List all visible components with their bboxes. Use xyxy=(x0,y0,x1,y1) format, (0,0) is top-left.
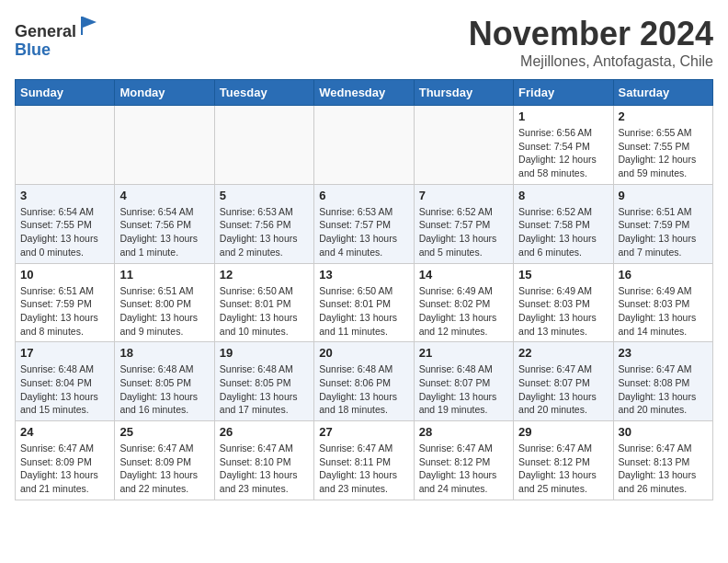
calendar-day-cell: 8Sunrise: 6:52 AMSunset: 7:58 PMDaylight… xyxy=(514,184,613,263)
day-info: Sunrise: 6:48 AMSunset: 8:05 PMDaylight:… xyxy=(220,362,309,417)
day-info: Sunrise: 6:47 AMSunset: 8:09 PMDaylight:… xyxy=(119,442,209,496)
day-number: 8 xyxy=(518,189,608,202)
calendar-day-cell: 4Sunrise: 6:54 AMSunset: 7:56 PMDaylight… xyxy=(115,184,214,263)
calendar-day-cell: 1Sunrise: 6:56 AMSunset: 7:54 PMDaylight… xyxy=(514,106,613,185)
day-number: 3 xyxy=(20,189,109,202)
day-number: 24 xyxy=(20,425,109,439)
day-number: 30 xyxy=(619,425,708,439)
day-info: Sunrise: 6:49 AMSunset: 8:02 PMDaylight:… xyxy=(419,284,508,339)
day-number: 4 xyxy=(119,189,209,202)
day-number: 26 xyxy=(220,425,309,439)
day-info: Sunrise: 6:47 AMSunset: 8:09 PMDaylight:… xyxy=(20,442,109,496)
day-number: 17 xyxy=(20,346,109,360)
title-block: November 2024 Mejillones, Antofagasta, C… xyxy=(469,15,713,70)
month-title: November 2024 xyxy=(469,15,713,53)
day-number: 20 xyxy=(319,346,408,360)
calendar-week-row: 17Sunrise: 6:48 AMSunset: 8:04 PMDayligh… xyxy=(16,342,713,421)
location-subtitle: Mejillones, Antofagasta, Chile xyxy=(469,53,713,70)
day-number: 9 xyxy=(619,189,708,202)
day-info: Sunrise: 6:47 AMSunset: 8:08 PMDaylight:… xyxy=(619,362,708,417)
calendar-day-cell: 20Sunrise: 6:48 AMSunset: 8:06 PMDayligh… xyxy=(314,342,414,421)
calendar-day-cell xyxy=(214,106,313,185)
day-info: Sunrise: 6:47 AMSunset: 8:13 PMDaylight:… xyxy=(619,442,708,496)
day-number: 14 xyxy=(419,268,508,282)
day-info: Sunrise: 6:47 AMSunset: 8:07 PMDaylight:… xyxy=(518,362,608,417)
calendar-week-row: 1Sunrise: 6:56 AMSunset: 7:54 PMDaylight… xyxy=(16,106,713,185)
calendar-day-cell: 18Sunrise: 6:48 AMSunset: 8:05 PMDayligh… xyxy=(115,342,214,421)
day-info: Sunrise: 6:51 AMSunset: 7:59 PMDaylight:… xyxy=(619,205,708,259)
day-info: Sunrise: 6:49 AMSunset: 8:03 PMDaylight:… xyxy=(619,284,708,339)
day-info: Sunrise: 6:50 AMSunset: 8:01 PMDaylight:… xyxy=(220,284,309,339)
day-number: 19 xyxy=(220,346,309,360)
day-info: Sunrise: 6:53 AMSunset: 7:56 PMDaylight:… xyxy=(220,205,309,259)
calendar-day-cell: 7Sunrise: 6:52 AMSunset: 7:57 PMDaylight… xyxy=(414,184,513,263)
calendar-day-cell: 21Sunrise: 6:48 AMSunset: 8:07 PMDayligh… xyxy=(414,342,513,421)
calendar-day-cell: 9Sunrise: 6:51 AMSunset: 7:59 PMDaylight… xyxy=(613,184,712,263)
day-info: Sunrise: 6:52 AMSunset: 7:57 PMDaylight:… xyxy=(419,205,508,259)
day-info: Sunrise: 6:54 AMSunset: 7:56 PMDaylight:… xyxy=(119,205,209,259)
day-number: 1 xyxy=(518,109,608,123)
calendar-day-cell: 19Sunrise: 6:48 AMSunset: 8:05 PMDayligh… xyxy=(214,342,313,421)
day-info: Sunrise: 6:47 AMSunset: 8:12 PMDaylight:… xyxy=(419,442,508,496)
day-info: Sunrise: 6:53 AMSunset: 7:57 PMDaylight:… xyxy=(319,205,408,259)
day-number: 10 xyxy=(20,268,109,282)
day-number: 16 xyxy=(619,268,708,282)
calendar-day-cell: 28Sunrise: 6:47 AMSunset: 8:12 PMDayligh… xyxy=(414,421,513,500)
calendar-header-row: SundayMondayTuesdayWednesdayThursdayFrid… xyxy=(16,80,713,106)
day-number: 5 xyxy=(220,189,309,202)
day-info: Sunrise: 6:51 AMSunset: 8:00 PMDaylight:… xyxy=(119,284,209,339)
day-info: Sunrise: 6:48 AMSunset: 8:05 PMDaylight:… xyxy=(119,362,209,417)
svg-marker-0 xyxy=(81,17,97,35)
day-info: Sunrise: 6:47 AMSunset: 8:10 PMDaylight:… xyxy=(220,442,309,496)
day-number: 6 xyxy=(319,189,408,202)
logo-blue: Blue xyxy=(15,40,51,59)
day-number: 13 xyxy=(319,268,408,282)
calendar-day-cell: 25Sunrise: 6:47 AMSunset: 8:09 PMDayligh… xyxy=(115,421,214,500)
calendar-day-cell xyxy=(16,106,115,185)
calendar-day-cell xyxy=(314,106,414,185)
page-header: General Blue November 2024 Mejillones, A… xyxy=(15,15,713,70)
day-number: 7 xyxy=(419,189,508,202)
day-number: 27 xyxy=(319,425,408,439)
calendar-day-cell xyxy=(414,106,513,185)
calendar-day-cell: 27Sunrise: 6:47 AMSunset: 8:11 PMDayligh… xyxy=(314,421,414,500)
calendar-week-row: 24Sunrise: 6:47 AMSunset: 8:09 PMDayligh… xyxy=(16,421,713,500)
calendar-day-cell: 14Sunrise: 6:49 AMSunset: 8:02 PMDayligh… xyxy=(414,263,513,342)
calendar-day-cell: 16Sunrise: 6:49 AMSunset: 8:03 PMDayligh… xyxy=(613,263,712,342)
calendar-day-cell: 5Sunrise: 6:53 AMSunset: 7:56 PMDaylight… xyxy=(214,184,313,263)
calendar-day-cell: 24Sunrise: 6:47 AMSunset: 8:09 PMDayligh… xyxy=(16,421,115,500)
day-info: Sunrise: 6:48 AMSunset: 8:04 PMDaylight:… xyxy=(20,362,109,417)
day-info: Sunrise: 6:52 AMSunset: 7:58 PMDaylight:… xyxy=(518,205,608,259)
day-number: 21 xyxy=(419,346,508,360)
weekday-header-wednesday: Wednesday xyxy=(314,80,414,106)
day-info: Sunrise: 6:48 AMSunset: 8:06 PMDaylight:… xyxy=(319,362,408,417)
day-info: Sunrise: 6:50 AMSunset: 8:01 PMDaylight:… xyxy=(319,284,408,339)
weekday-header-friday: Friday xyxy=(514,80,613,106)
calendar-day-cell xyxy=(115,106,214,185)
day-info: Sunrise: 6:54 AMSunset: 7:55 PMDaylight:… xyxy=(20,205,109,259)
calendar-week-row: 3Sunrise: 6:54 AMSunset: 7:55 PMDaylight… xyxy=(16,184,713,263)
day-info: Sunrise: 6:51 AMSunset: 7:59 PMDaylight:… xyxy=(20,284,109,339)
day-info: Sunrise: 6:48 AMSunset: 8:07 PMDaylight:… xyxy=(419,362,508,417)
day-number: 12 xyxy=(220,268,309,282)
calendar-day-cell: 29Sunrise: 6:47 AMSunset: 8:12 PMDayligh… xyxy=(514,421,613,500)
calendar-day-cell: 11Sunrise: 6:51 AMSunset: 8:00 PMDayligh… xyxy=(115,263,214,342)
calendar-day-cell: 3Sunrise: 6:54 AMSunset: 7:55 PMDaylight… xyxy=(16,184,115,263)
logo-general: General xyxy=(15,22,76,40)
day-number: 25 xyxy=(119,425,209,439)
day-number: 2 xyxy=(619,109,708,123)
day-number: 11 xyxy=(119,268,209,282)
calendar-day-cell: 6Sunrise: 6:53 AMSunset: 7:57 PMDaylight… xyxy=(314,184,414,263)
calendar-week-row: 10Sunrise: 6:51 AMSunset: 7:59 PMDayligh… xyxy=(16,263,713,342)
weekday-header-sunday: Sunday xyxy=(16,80,115,106)
day-info: Sunrise: 6:55 AMSunset: 7:55 PMDaylight:… xyxy=(619,126,708,180)
calendar-day-cell: 17Sunrise: 6:48 AMSunset: 8:04 PMDayligh… xyxy=(16,342,115,421)
calendar-day-cell: 22Sunrise: 6:47 AMSunset: 8:07 PMDayligh… xyxy=(514,342,613,421)
weekday-header-saturday: Saturday xyxy=(613,80,712,106)
calendar-day-cell: 26Sunrise: 6:47 AMSunset: 8:10 PMDayligh… xyxy=(214,421,313,500)
calendar-day-cell: 10Sunrise: 6:51 AMSunset: 7:59 PMDayligh… xyxy=(16,263,115,342)
calendar-table: SundayMondayTuesdayWednesdayThursdayFrid… xyxy=(15,79,713,500)
calendar-day-cell: 13Sunrise: 6:50 AMSunset: 8:01 PMDayligh… xyxy=(314,263,414,342)
day-info: Sunrise: 6:56 AMSunset: 7:54 PMDaylight:… xyxy=(518,126,608,180)
calendar-day-cell: 30Sunrise: 6:47 AMSunset: 8:13 PMDayligh… xyxy=(613,421,712,500)
